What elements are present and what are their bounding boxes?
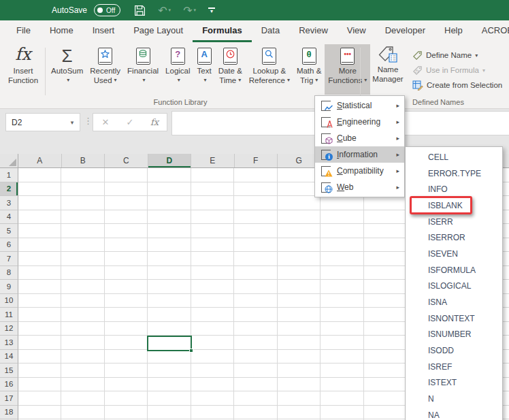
menu-item-compatibility[interactable]: Compatibility▸ xyxy=(315,163,404,179)
tab-insert[interactable]: Insert xyxy=(83,20,125,42)
enter-icon[interactable]: ✓ xyxy=(118,114,142,131)
column-header-f[interactable]: F xyxy=(235,154,278,167)
tab-view[interactable]: View xyxy=(338,20,376,42)
menu-item-web[interactable]: Web▸ xyxy=(315,179,404,195)
row-header-14[interactable]: 14 xyxy=(0,350,18,364)
select-all-corner[interactable] xyxy=(0,154,18,167)
submenu-item-isodd[interactable]: ISODD xyxy=(406,342,502,359)
submenu-item-info[interactable]: INFO xyxy=(406,181,502,197)
math-trig-button[interactable]: θMath &Trig▾ xyxy=(293,44,325,95)
submenu-item-iserror[interactable]: ISERROR xyxy=(406,229,502,246)
row-header-1[interactable]: 1 xyxy=(0,168,18,182)
insert-function-button[interactable]: fx Insert Function xyxy=(3,44,44,95)
recently-used-button[interactable]: RecentlyUsed▾ xyxy=(86,44,124,95)
row-header-12[interactable]: 12 xyxy=(0,322,18,336)
autosave-toggle-knob xyxy=(97,7,103,13)
formula-bar-drag-dots-icon[interactable]: ⋮ xyxy=(84,116,93,126)
define-name-button[interactable]: Define Name ▾ xyxy=(412,48,502,63)
tab-data[interactable]: Data xyxy=(252,20,289,42)
create-from-selection-button[interactable]: Create from Selection xyxy=(412,78,502,93)
menu-item-information[interactable]: iInformation▸ xyxy=(315,146,404,163)
submenu-item-iseven[interactable]: ISEVEN xyxy=(406,246,502,262)
submenu-item-isna[interactable]: ISNA xyxy=(406,294,502,310)
dropdown-arrow-icon: ▾ xyxy=(178,76,180,85)
row-header-5[interactable]: 5 xyxy=(0,224,18,238)
row-header-8[interactable]: 8 xyxy=(0,266,18,280)
selected-cell-d2[interactable] xyxy=(147,336,192,351)
submenu-arrow-icon: ▸ xyxy=(396,167,399,174)
column-header-c[interactable]: C xyxy=(105,154,148,167)
submenu-item-cell[interactable]: CELL xyxy=(406,149,502,165)
submenu-item-iserr[interactable]: ISERR xyxy=(406,214,502,230)
tab-acrobat[interactable]: ACROBAT xyxy=(472,20,509,42)
tab-home[interactable]: Home xyxy=(40,20,83,42)
customize-quick-access-toolbar-icon[interactable]: ▾ xyxy=(208,7,215,14)
name-box[interactable]: D2 ▾ xyxy=(5,113,80,131)
submenu-item-na[interactable]: NA xyxy=(406,407,502,420)
row-header-11[interactable]: 11 xyxy=(0,308,18,322)
tab-formulas[interactable]: Formulas xyxy=(193,20,252,42)
row-header-7[interactable]: 7 xyxy=(0,252,18,266)
theta-book-icon: θ xyxy=(302,46,316,66)
row-header-10[interactable]: 10 xyxy=(0,294,18,308)
submenu-item-error-type[interactable]: ERROR.TYPE xyxy=(406,165,502,182)
tab-developer[interactable]: Developer xyxy=(376,20,435,42)
submenu-item-istext[interactable]: ISTEXT xyxy=(406,375,502,391)
menu-item-cube[interactable]: Cube▸ xyxy=(315,130,404,146)
row-header-16[interactable]: 16 xyxy=(0,378,18,392)
row-header-18[interactable]: 18 xyxy=(0,406,18,420)
autosum-button[interactable]: ΣAutoSum▾ xyxy=(48,44,86,95)
text-button[interactable]: AText▾ xyxy=(194,44,215,95)
name-manager-button[interactable]: Name Manager xyxy=(366,44,410,95)
logical-button[interactable]: ?Logical▾ xyxy=(162,44,193,95)
dots-book-icon: ••• xyxy=(340,46,355,66)
row-header-15[interactable]: 15 xyxy=(0,364,18,378)
redo-icon[interactable]: ↷▾ xyxy=(183,4,196,17)
tab-help[interactable]: Help xyxy=(435,20,472,42)
dropdown-arrow-icon: ▾ xyxy=(204,76,207,85)
submenu-item-islogical[interactable]: ISLOGICAL xyxy=(406,278,502,295)
column-header-d[interactable]: D xyxy=(148,154,192,167)
submenu-item-n[interactable]: N xyxy=(406,391,502,407)
row-header-4[interactable]: 4 xyxy=(0,210,18,225)
submenu-arrow-icon: ▸ xyxy=(396,118,399,125)
date-time-button[interactable]: Date &Time▾ xyxy=(215,44,246,95)
submenu-item-isformula[interactable]: ISFORMULA xyxy=(406,262,502,278)
tab-file[interactable]: File xyxy=(7,20,40,42)
formula-button-group: ✕ ✓ fx xyxy=(93,113,167,131)
ribbon: fx Insert Function ΣAutoSum▾RecentlyUsed… xyxy=(0,42,509,109)
title-bar: AutoSave Off ↶▾ ↷▾ ▾ xyxy=(0,0,509,20)
cancel-icon[interactable]: ✕ xyxy=(93,114,118,131)
tab-page-layout[interactable]: Page Layout xyxy=(124,20,193,42)
submenu-item-isnumber[interactable]: ISNUMBER xyxy=(406,327,502,343)
menu-item-statistical[interactable]: Statistical▸ xyxy=(315,97,404,114)
column-header-e[interactable]: E xyxy=(191,154,235,167)
row-header-9[interactable]: 9 xyxy=(0,280,18,294)
insert-function-fx-icon[interactable]: fx xyxy=(142,114,167,131)
row-header-17[interactable]: 17 xyxy=(0,391,18,406)
ribbon-separator xyxy=(45,48,46,95)
fill-handle[interactable] xyxy=(189,349,193,353)
tab-review[interactable]: Review xyxy=(289,20,338,42)
submenu-item-isref[interactable]: ISREF xyxy=(406,359,502,375)
name-box-caret-icon[interactable]: ▾ xyxy=(65,119,80,126)
menu-item-engineering[interactable]: Engineering▸ xyxy=(315,114,404,130)
dropdown-arrow-icon: ▾ xyxy=(287,76,290,85)
row-header-13[interactable]: 13 xyxy=(0,336,18,350)
row-header-6[interactable]: 6 xyxy=(0,238,18,253)
save-icon[interactable] xyxy=(134,5,146,16)
autosave-toggle[interactable]: Off xyxy=(94,4,120,16)
submenu-item-isnontext[interactable]: ISNONTEXT xyxy=(406,310,502,327)
autosave-label: AutoSave xyxy=(52,5,87,15)
row-header-3[interactable]: 3 xyxy=(0,196,18,210)
use-in-formula-button[interactable]: fx Use in Formula ▾ xyxy=(412,63,502,78)
undo-icon[interactable]: ↶▾ xyxy=(158,4,171,17)
coins-book-icon xyxy=(136,46,150,66)
row-header-2[interactable]: 2 xyxy=(0,182,18,197)
financial-button[interactable]: Financial▾ xyxy=(124,44,162,95)
lookup-reference-button[interactable]: Lookup &Reference▾ xyxy=(246,44,293,95)
column-header-a[interactable]: A xyxy=(18,154,62,167)
more-functions-button[interactable]: •••MoreFunctions▾ xyxy=(325,44,370,95)
engineering-compass-icon xyxy=(320,117,332,127)
column-header-b[interactable]: B xyxy=(62,154,105,167)
